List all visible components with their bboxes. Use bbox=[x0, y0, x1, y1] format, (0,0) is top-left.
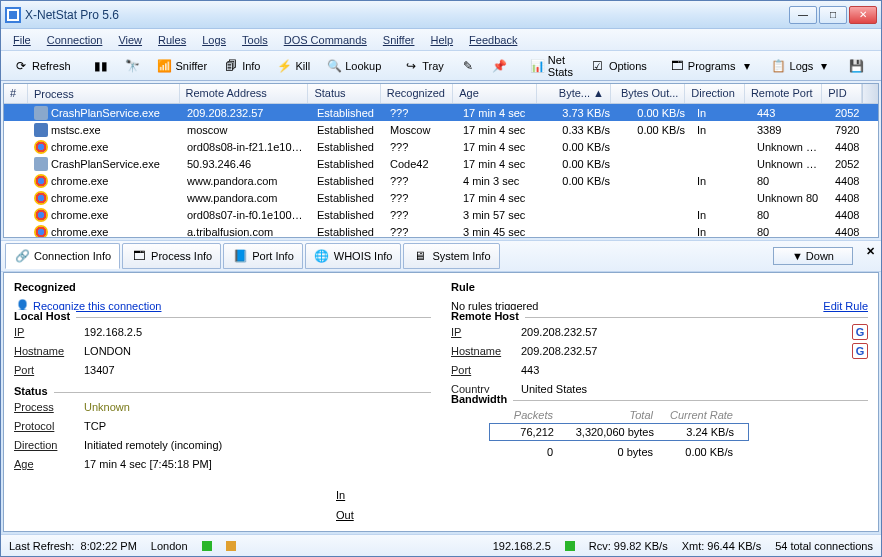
status-rcv: Rcv: 99.82 KB/s bbox=[589, 540, 668, 552]
conn-status: Established bbox=[311, 208, 384, 222]
wand-icon: ✎ bbox=[460, 58, 476, 74]
menu-sniffer[interactable]: Sniffer bbox=[377, 32, 421, 48]
conn-status: Established bbox=[311, 157, 384, 171]
menu-tools[interactable]: Tools bbox=[236, 32, 274, 48]
pause-button[interactable]: ▮▮ bbox=[86, 54, 116, 78]
pause-icon: ▮▮ bbox=[93, 58, 109, 74]
panel-close-button[interactable]: ✕ bbox=[866, 245, 875, 258]
tab-system-info[interactable]: 🖥System Info bbox=[403, 243, 499, 269]
table-row[interactable]: chrome.exeord08s08-in-f21.1e100....Estab… bbox=[4, 138, 878, 155]
col-bytes-out[interactable]: Bytes Out... bbox=[611, 84, 685, 103]
age: 17 min 4 sec bbox=[457, 123, 541, 137]
process-icon bbox=[34, 157, 48, 171]
tab-port-info[interactable]: 📘Port Info bbox=[223, 243, 303, 269]
grid-body[interactable]: CrashPlanService.exe209.208.232.57Establ… bbox=[4, 104, 878, 237]
kill-button[interactable]: ⚡Kill bbox=[269, 54, 317, 78]
down-button[interactable]: ▼ Down bbox=[773, 247, 853, 265]
tab-process-info[interactable]: 🗔Process Info bbox=[122, 243, 221, 269]
kill-icon: ⚡ bbox=[276, 58, 292, 74]
bytes-in: 3.73 KB/s bbox=[541, 106, 616, 120]
programs-button[interactable]: 🗔Programs▾ bbox=[662, 54, 762, 78]
col-bytes-in[interactable]: Byte... ▲ bbox=[537, 84, 611, 103]
col-remote-address[interactable]: Remote Address bbox=[180, 84, 309, 103]
options-button[interactable]: ☑Options bbox=[583, 54, 654, 78]
conn-status: Established bbox=[311, 123, 384, 137]
options-icon: ☑ bbox=[590, 58, 606, 74]
google-lookup-ip-button[interactable]: G bbox=[852, 324, 868, 340]
bw-in-rate: 3.24 KB/s bbox=[660, 424, 740, 440]
remote-port: Unknown 443 bbox=[751, 140, 829, 154]
google-lookup-host-button[interactable]: G bbox=[852, 343, 868, 359]
tab-connection-info[interactable]: 🔗Connection Info bbox=[5, 243, 120, 269]
bytes-in bbox=[541, 231, 616, 233]
col-direction[interactable]: Direction bbox=[685, 84, 745, 103]
window-title: X-NetStat Pro 5.6 bbox=[25, 8, 789, 22]
status-title: Status bbox=[14, 385, 54, 397]
col-process[interactable]: Process bbox=[28, 84, 180, 103]
sort-icon: ▲ bbox=[593, 87, 604, 99]
maximize-button[interactable]: □ bbox=[819, 6, 847, 24]
menu-feedback[interactable]: Feedback bbox=[463, 32, 523, 48]
table-row[interactable]: chrome.exewww.pandora.comEstablished???1… bbox=[4, 189, 878, 206]
bytes-out bbox=[616, 163, 691, 165]
recognized: Code42 bbox=[384, 157, 457, 171]
remote-address: 209.208.232.57 bbox=[181, 106, 311, 120]
menu-dos-commands[interactable]: DOS Commands bbox=[278, 32, 373, 48]
led-green-icon bbox=[202, 541, 212, 551]
menu-connection[interactable]: Connection bbox=[41, 32, 109, 48]
grid-header: # Process Remote Address Status Recogniz… bbox=[4, 84, 878, 104]
netstats-button[interactable]: 📊Net Stats bbox=[523, 50, 581, 82]
binoculars-button[interactable]: 🔭 bbox=[118, 54, 148, 78]
process-icon: 🗔 bbox=[131, 248, 147, 264]
refresh-button[interactable]: ⟳Refresh bbox=[6, 54, 78, 78]
direction: In bbox=[691, 106, 751, 120]
bytes-in: 0.00 KB/s bbox=[541, 174, 616, 188]
process-icon bbox=[34, 191, 48, 205]
direction bbox=[691, 163, 751, 165]
label-port: Port bbox=[451, 364, 521, 376]
col-status[interactable]: Status bbox=[308, 84, 380, 103]
remote-address: 50.93.246.46 bbox=[181, 157, 311, 171]
pin-button[interactable]: 📌 bbox=[485, 54, 515, 78]
logs-button[interactable]: 📋Logs▾ bbox=[764, 54, 840, 78]
sniffer-button[interactable]: 📶Sniffer bbox=[150, 54, 215, 78]
exit-button[interactable]: 🚪Exit bbox=[873, 54, 882, 78]
table-row[interactable]: CrashPlanService.exe50.93.246.46Establis… bbox=[4, 155, 878, 172]
info-icon: 🗐 bbox=[223, 58, 239, 74]
table-row[interactable]: chrome.exewww.pandora.comEstablished???4… bbox=[4, 172, 878, 189]
wand-button[interactable]: ✎ bbox=[453, 54, 483, 78]
table-row[interactable]: mstsc.exemoscowEstablishedMoscow17 min 4… bbox=[4, 121, 878, 138]
menu-rules[interactable]: Rules bbox=[152, 32, 192, 48]
remote-address: a.tribalfusion.com bbox=[181, 225, 311, 238]
menu-file[interactable]: File bbox=[7, 32, 37, 48]
bandwidth-title: Bandwidth bbox=[451, 393, 513, 405]
menu-logs[interactable]: Logs bbox=[196, 32, 232, 48]
col-number[interactable]: # bbox=[4, 84, 28, 103]
pin-icon: 📌 bbox=[492, 58, 508, 74]
save-button[interactable]: 💾 bbox=[841, 54, 871, 78]
col-remote-port[interactable]: Remote Port bbox=[745, 84, 822, 103]
bw-out-packets: 0 bbox=[489, 444, 559, 460]
chevron-down-icon: ▾ bbox=[816, 58, 832, 74]
tray-button[interactable]: ↪Tray bbox=[396, 54, 451, 78]
table-row[interactable]: CrashPlanService.exe209.208.232.57Establ… bbox=[4, 104, 878, 121]
table-row[interactable]: chrome.exeord08s07-in-f0.1e100.netEstabl… bbox=[4, 206, 878, 223]
col-age[interactable]: Age bbox=[453, 84, 536, 103]
close-button[interactable]: ✕ bbox=[849, 6, 877, 24]
col-recognized[interactable]: Recognized bbox=[381, 84, 453, 103]
menu-view[interactable]: View bbox=[112, 32, 148, 48]
table-row[interactable]: chrome.exea.tribalfusion.comEstablished?… bbox=[4, 223, 878, 237]
menubar: File Connection View Rules Logs Tools DO… bbox=[1, 29, 881, 51]
recognized: ??? bbox=[384, 191, 457, 205]
edit-rule-link[interactable]: Edit Rule bbox=[823, 300, 868, 312]
lookup-button[interactable]: 🔍Lookup bbox=[319, 54, 388, 78]
col-pid[interactable]: PID bbox=[822, 84, 862, 103]
recognized: Moscow bbox=[384, 123, 457, 137]
menu-help[interactable]: Help bbox=[424, 32, 459, 48]
age: 3 min 57 sec bbox=[457, 208, 541, 222]
tab-whois-info[interactable]: 🌐WHOIS Info bbox=[305, 243, 402, 269]
bytes-out: 0.00 KB/s bbox=[616, 106, 691, 120]
info-button[interactable]: 🗐Info bbox=[216, 54, 267, 78]
remote-country: United States bbox=[521, 383, 868, 395]
minimize-button[interactable]: — bbox=[789, 6, 817, 24]
